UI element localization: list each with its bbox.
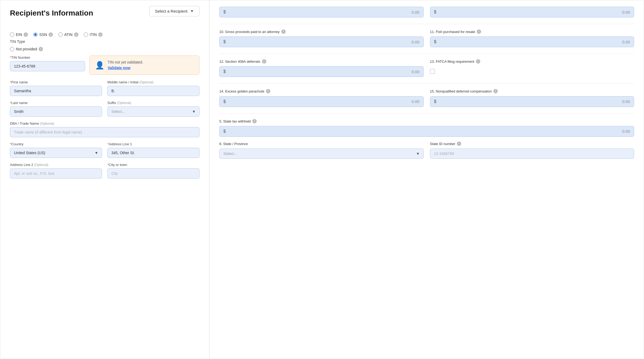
page-title: Recipient's Information xyxy=(10,9,93,17)
field5-wrapper: $ 0.00 xyxy=(219,126,634,137)
field5-info-icon[interactable]: i xyxy=(252,119,257,123)
address-line1-field: *Address Line 1 xyxy=(107,142,199,158)
select-recipient-button[interactable]: Select a Recipient ▼ xyxy=(149,6,199,16)
dollar-sign-icon: $ xyxy=(223,69,226,74)
itin-radio[interactable] xyxy=(84,32,88,37)
not-provided-info-icon[interactable]: i xyxy=(39,47,43,51)
ssn-radio[interactable] xyxy=(33,32,38,37)
ssn-option[interactable]: SSN i xyxy=(33,32,53,37)
fatca-checkbox[interactable] xyxy=(430,69,435,74)
field13-label: 13. FATCA filing requirement i xyxy=(430,59,634,64)
itin-label: ITIN xyxy=(90,32,97,37)
city-input[interactable] xyxy=(107,168,199,179)
field13-info-icon[interactable]: i xyxy=(476,59,480,64)
dollar-sign-icon: $ xyxy=(223,10,226,14)
tin-number-field-group: *TIN Number xyxy=(10,55,85,71)
ein-info-icon[interactable]: i xyxy=(24,32,28,37)
last-name-input[interactable] xyxy=(10,106,102,117)
state-province-field: 6. State / Province Select... ▼ xyxy=(219,142,424,159)
middle-name-field: Middle name / Initial (Optional) xyxy=(107,80,199,96)
field15-info-icon[interactable]: i xyxy=(493,89,498,93)
ein-radio[interactable] xyxy=(10,32,14,37)
top-left-amount-value: 0.00 xyxy=(228,10,420,14)
itin-option[interactable]: ITIN i xyxy=(84,32,103,37)
field14-info-icon[interactable]: i xyxy=(266,89,270,93)
top-left-amount-wrapper: $ 0.00 xyxy=(219,7,424,17)
address-line2-input[interactable] xyxy=(10,168,102,179)
dollar-sign-icon: $ xyxy=(434,99,436,104)
tin-number-label: *TIN Number xyxy=(10,55,85,60)
atin-option[interactable]: ATIN i xyxy=(58,32,78,37)
itin-info-icon[interactable]: i xyxy=(98,32,103,37)
dba-row: DBA / Trade Name (Optional) xyxy=(10,121,199,137)
field12-value: 0.00 xyxy=(228,69,420,74)
left-panel: Recipient's Information Select a Recipie… xyxy=(0,0,210,359)
validate-message: TIN not yet validated. xyxy=(108,60,143,65)
field15-label: 15. Nonqualified deferred compensation i xyxy=(430,89,634,94)
tin-number-input[interactable] xyxy=(10,61,85,71)
ein-label: EIN xyxy=(16,32,22,37)
divider-1 xyxy=(219,24,634,24)
validate-person-icon: 👤 xyxy=(95,61,104,70)
middle-name-label: Middle name / Initial (Optional) xyxy=(107,80,199,84)
field12-label: 12. Section 409A deferrals i xyxy=(219,59,424,64)
not-provided-radio[interactable] xyxy=(10,47,14,51)
tin-number-row: *TIN Number 👤 TIN not yet validated. Val… xyxy=(10,55,199,75)
not-provided-row: Not provided i xyxy=(10,47,199,51)
dollar-sign-icon: $ xyxy=(434,10,436,14)
ein-option[interactable]: EIN i xyxy=(10,32,28,37)
field5: 5. State tax withheld i $ 0.00 xyxy=(219,119,634,137)
top-amount-row: $ 0.00 $ 0.00 xyxy=(219,7,634,17)
atin-label: ATIN xyxy=(64,32,72,37)
divider-4 xyxy=(219,113,634,114)
validate-now-link[interactable]: Validate now xyxy=(108,66,130,70)
city-label: *City or town xyxy=(107,163,199,167)
tin-type-section: EIN i SSN i ATIN i ITIN i xyxy=(10,32,199,51)
country-select[interactable]: United States (US) xyxy=(10,148,102,158)
select-recipient-label: Select a Recipient xyxy=(155,9,187,13)
atin-radio[interactable] xyxy=(58,32,63,37)
field14-wrapper: $ 0.00 xyxy=(219,96,424,107)
field11-info-icon[interactable]: i xyxy=(477,29,481,34)
ssn-info-icon[interactable]: i xyxy=(49,32,53,37)
field14-15-row: 14. Excess golden parachute i $ 0.00 15.… xyxy=(219,89,634,107)
dba-input[interactable] xyxy=(10,127,199,137)
field5-label: 5. State tax withheld i xyxy=(219,119,634,124)
suffix-select[interactable]: Select... xyxy=(107,106,199,117)
first-name-field: *First name xyxy=(10,80,102,96)
ssn-label: SSN xyxy=(39,32,47,37)
name-row: *First name Middle name / Initial (Optio… xyxy=(10,80,199,96)
state-id-info-icon[interactable]: i xyxy=(457,142,461,146)
dba-label: DBA / Trade Name (Optional) xyxy=(10,121,199,125)
field12-wrapper: $ 0.00 xyxy=(219,66,424,77)
field10-wrapper: $ 0.00 xyxy=(219,36,424,47)
field12-info-icon[interactable]: i xyxy=(262,59,266,64)
first-name-label: *First name xyxy=(10,80,102,84)
tin-type-radio-group: EIN i SSN i ATIN i ITIN i xyxy=(10,32,199,37)
field10-value: 0.00 xyxy=(228,40,420,44)
state-id-input[interactable] xyxy=(430,149,634,159)
field10-info-icon[interactable]: i xyxy=(281,29,286,34)
first-name-input[interactable] xyxy=(10,86,102,96)
address-line1-input[interactable] xyxy=(107,148,199,158)
field11: 11. Fish purchased for resale i $ 0.00 xyxy=(430,29,634,47)
field10: 10. Gross proceeds paid to an attorney i… xyxy=(219,29,424,47)
field10-label: 10. Gross proceeds paid to an attorney i xyxy=(219,29,424,34)
country-select-wrapper: United States (US) ▼ xyxy=(10,148,102,158)
field15: 15. Nonqualified deferred compensation i… xyxy=(430,89,634,107)
last-suffix-row: *Last name Suffix (Optional) Select... ▼ xyxy=(10,101,199,117)
state-province-select[interactable]: Select... xyxy=(219,149,424,159)
top-right-amount-wrapper: $ 0.00 xyxy=(430,7,634,17)
city-field: *City or town xyxy=(107,163,199,179)
state-row: 6. State / Province Select... ▼ State ID… xyxy=(219,142,634,159)
validate-box: 👤 TIN not yet validated. Validate now xyxy=(89,55,199,75)
top-right-amount-field: $ 0.00 xyxy=(430,7,634,17)
validate-text-content: TIN not yet validated. Validate now xyxy=(108,60,143,71)
middle-name-input[interactable] xyxy=(107,86,199,96)
not-provided-option[interactable]: Not provided i xyxy=(10,47,199,51)
atin-info-icon[interactable]: i xyxy=(74,32,78,37)
dollar-sign-icon: $ xyxy=(434,39,436,44)
field13: 13. FATCA filing requirement i xyxy=(430,59,634,77)
country-address-row: *Country United States (US) ▼ *Address L… xyxy=(10,142,199,158)
field14-label: 14. Excess golden parachute i xyxy=(219,89,424,94)
